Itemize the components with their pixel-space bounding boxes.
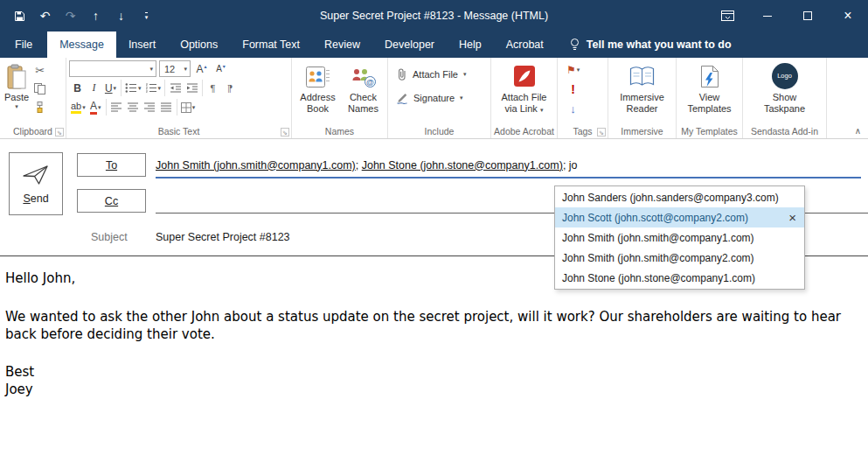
body-signature: Joey — [5, 381, 863, 398]
ribbon-group-include: Attach File ▾ Signature ▾ Include — [388, 58, 491, 138]
recipient-autocomplete: John Sanders (john.sanders@company3.com)… — [554, 186, 805, 290]
close-button[interactable]: × — [828, 0, 868, 32]
autocomplete-item-selected[interactable]: John Scott (john.scott@company2.com) × — [555, 207, 804, 228]
view-templates-button[interactable]: View Templates — [681, 60, 739, 124]
check-names-button[interactable]: @ Check Names — [343, 60, 385, 124]
high-importance-icon: ! — [571, 82, 575, 96]
paste-label: Paste — [4, 92, 29, 103]
bold-icon: B — [73, 82, 81, 94]
align-left-button[interactable] — [108, 99, 125, 116]
tab-help[interactable]: Help — [447, 32, 494, 58]
borders-button[interactable]: ▾ — [179, 99, 198, 116]
signature-button[interactable]: Signature ▾ — [391, 88, 488, 108]
to-button[interactable]: To — [77, 153, 146, 177]
tab-acrobat[interactable]: Acrobat — [494, 32, 556, 58]
tab-developer[interactable]: Developer — [372, 32, 447, 58]
tab-review[interactable]: Review — [312, 32, 372, 58]
follow-up-flag-button[interactable]: ⚑▾ — [565, 61, 581, 79]
bullets-button[interactable]: ▾ — [123, 80, 143, 97]
ribbon-group-immersive: Immersive Reader Immersive — [608, 58, 677, 138]
address-book-button[interactable]: Address Book — [295, 60, 341, 124]
autocomplete-item[interactable]: John Stone (john.stone@company1.com) — [555, 268, 804, 288]
copy-button[interactable] — [31, 80, 48, 97]
underline-button[interactable]: U▾ — [102, 80, 119, 97]
italic-button[interactable]: I — [86, 80, 102, 97]
font-name-combo[interactable]: ▾ — [69, 60, 156, 77]
high-importance-button[interactable]: ! — [565, 80, 581, 98]
maximize-button[interactable] — [788, 0, 828, 32]
divider — [202, 80, 203, 96]
ribbon-display-options-button[interactable] — [707, 0, 747, 32]
numbering-button[interactable]: ▾ — [143, 80, 163, 97]
tags-dialog-launcher[interactable]: ⇘ — [597, 128, 606, 136]
right-to-left-button[interactable]: ¶ — [221, 80, 238, 97]
attach-file-caret: ▾ — [463, 71, 467, 78]
move-down-button[interactable]: ↓ — [108, 4, 134, 28]
font-color-button[interactable]: A▾ — [87, 99, 104, 116]
ribbon-group-adobe-acrobat: Attach File via Link ▾ Adobe Acrobat — [491, 58, 558, 138]
move-up-button[interactable]: ↑ — [83, 4, 108, 28]
send-label: Send — [23, 192, 48, 205]
justify-icon — [160, 102, 172, 112]
low-importance-button[interactable]: ↓ — [565, 100, 581, 117]
decrease-indent-button[interactable] — [167, 80, 184, 97]
tab-options-label: Options — [180, 38, 218, 51]
customize-qat-button[interactable]: ▾ — [134, 4, 159, 28]
tab-options[interactable]: Options — [168, 32, 230, 58]
collapse-ribbon-button[interactable]: ∧ — [855, 126, 861, 136]
undo-button[interactable]: ↶ — [32, 4, 58, 28]
cut-button[interactable]: ✂ — [31, 61, 48, 79]
bullets-caret: ▾ — [138, 85, 142, 92]
remove-suggestion-icon[interactable]: × — [788, 207, 796, 228]
address-book-icon — [306, 62, 330, 90]
attach-file-button[interactable]: Attach File ▾ — [391, 64, 488, 84]
font-size-caret: ▾ — [184, 66, 187, 73]
clipboard-dialog-launcher[interactable]: ⇘ — [55, 128, 64, 136]
bold-button[interactable]: B — [69, 80, 86, 97]
increase-indent-button[interactable] — [184, 80, 200, 97]
underline-icon: U — [105, 82, 113, 94]
immersive-reader-button[interactable]: Immersive Reader — [613, 60, 672, 124]
my-templates-group-label: My Templates — [681, 126, 738, 136]
autocomplete-item[interactable]: John Sanders (john.sanders@company3.com) — [555, 187, 804, 207]
cc-button[interactable]: Cc — [77, 189, 146, 213]
tab-acrobat-label: Acrobat — [506, 38, 544, 51]
left-to-right-button[interactable]: ¶ — [205, 80, 221, 97]
align-right-button[interactable] — [142, 99, 158, 116]
paste-button[interactable]: Paste ▾ — [3, 60, 31, 124]
minimize-button[interactable] — [747, 0, 788, 32]
names-group-label: Names — [325, 126, 354, 136]
tab-insert-label: Insert — [128, 38, 156, 51]
redo-button[interactable]: ↷ — [58, 4, 83, 28]
check-names-label: Check Names — [344, 92, 383, 114]
subject-field[interactable]: Super Secret Project #8123 — [156, 226, 290, 248]
tab-file[interactable]: File — [0, 32, 47, 58]
autocomplete-item[interactable]: John Smith (john.smith@company1.com) — [555, 228, 804, 248]
clipboard-mini-buttons: ✂ — [31, 60, 48, 124]
justify-button[interactable] — [158, 99, 175, 116]
address-book-label: Address Book — [297, 92, 339, 114]
show-taskpane-button[interactable]: Logo Show Taskpane — [756, 60, 814, 124]
save-button[interactable] — [7, 4, 32, 28]
send-button[interactable]: Send — [9, 152, 63, 215]
to-field[interactable]: John Smith (john.smith@company1.com); Jo… — [156, 153, 861, 178]
attach-file-via-link-button[interactable]: Attach File via Link ▾ — [495, 60, 554, 124]
autocomplete-item[interactable]: John Smith (john.smith@company2.com) — [555, 248, 804, 268]
align-center-button[interactable] — [125, 99, 142, 116]
signature-caret: ▾ — [460, 94, 463, 102]
tab-format-text[interactable]: Format Text — [230, 32, 312, 58]
tell-me-search[interactable]: Tell me what you want to do — [570, 32, 732, 58]
undo-icon: ↶ — [40, 9, 51, 23]
font-color-icon: A — [90, 101, 97, 115]
tab-insert[interactable]: Insert — [116, 32, 168, 58]
align-right-icon — [143, 102, 156, 112]
basic-text-dialog-launcher[interactable]: ⇘ — [281, 128, 289, 136]
text-highlight-button[interactable]: ab▾ — [69, 99, 87, 116]
signature-label: Signature — [413, 93, 455, 103]
shrink-font-button[interactable]: A▾ — [212, 60, 229, 78]
format-painter-button[interactable] — [31, 98, 48, 116]
cc-button-label: Cc — [105, 195, 118, 207]
grow-font-button[interactable]: A▴ — [193, 60, 210, 78]
tab-message[interactable]: Message — [47, 32, 116, 58]
font-size-combo[interactable]: 12▾ — [159, 60, 191, 77]
